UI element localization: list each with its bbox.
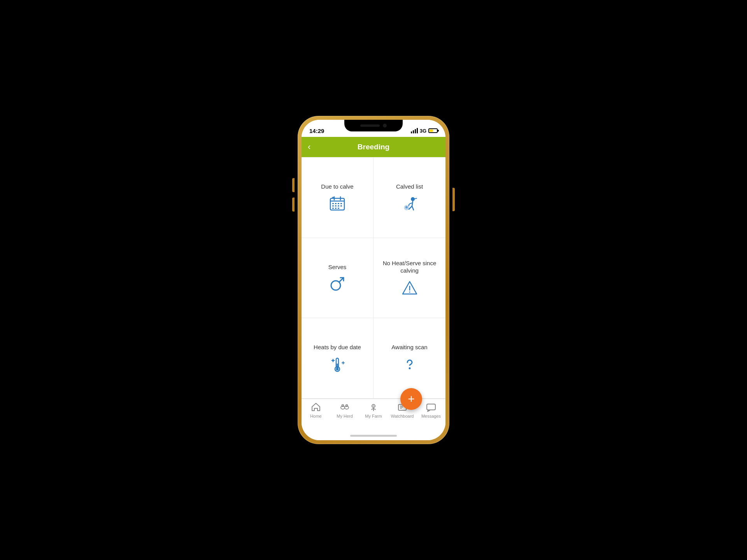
stork-icon (401, 195, 418, 212)
notch-speaker (360, 124, 380, 127)
herd-icon (340, 402, 350, 412)
serves-label: Serves (328, 263, 347, 271)
svg-rect-4 (332, 203, 334, 204)
header: ‹ Breeding (302, 137, 445, 157)
due-to-calve-label: Due to calve (321, 183, 353, 191)
farm-icon (368, 402, 379, 412)
messages-icon (426, 402, 436, 412)
male-icon (329, 275, 346, 292)
grid-cell-calved-list[interactable]: Calved list (374, 158, 445, 238)
svg-line-19 (415, 198, 417, 199)
signal-bar-2 (413, 130, 414, 133)
tab-my-farm[interactable]: My Farm (359, 402, 388, 418)
calendar-icon (329, 195, 346, 212)
tab-messages[interactable]: Messages (417, 402, 445, 418)
svg-rect-9 (335, 205, 337, 206)
svg-line-17 (409, 206, 412, 209)
fab-plus-icon: + (408, 393, 415, 405)
svg-rect-5 (335, 203, 337, 204)
battery-fill (430, 130, 433, 132)
svg-rect-8 (332, 205, 334, 206)
signal-bars (411, 128, 418, 133)
calved-list-label: Calved list (396, 183, 423, 191)
svg-point-21 (405, 206, 408, 208)
tab-home[interactable]: Home (302, 402, 330, 418)
breeding-grid: Due to calve (302, 157, 445, 399)
svg-point-29 (336, 368, 339, 370)
tab-my-herd-label: My Herd (337, 414, 353, 418)
svg-rect-11 (340, 205, 342, 206)
awaiting-scan-label: Awaiting scan (391, 343, 427, 351)
grid-cell-no-heat[interactable]: No Heat/Serve since calving (374, 238, 445, 318)
svg-rect-6 (338, 203, 339, 204)
grid-cell-awaiting-scan[interactable]: Awaiting scan (374, 318, 445, 399)
tab-bar: Home My Herd (302, 399, 445, 431)
svg-point-15 (411, 197, 415, 201)
grid-cell-serves[interactable]: Serves (302, 238, 374, 318)
status-time: 14:29 (309, 128, 324, 134)
tab-my-farm-label: My Farm (365, 414, 382, 418)
fab-add-button[interactable]: + (400, 388, 422, 410)
home-indicator (302, 431, 445, 440)
svg-rect-10 (338, 205, 339, 206)
tab-my-herd[interactable]: My Herd (330, 402, 359, 418)
back-button[interactable]: ‹ (308, 142, 310, 152)
svg-rect-47 (427, 404, 435, 410)
grid-cell-heats[interactable]: Heats by due date (302, 318, 374, 399)
svg-line-18 (412, 206, 414, 210)
grid-cell-due-to-calve[interactable]: Due to calve (302, 158, 374, 238)
tab-messages-label: Messages (421, 414, 441, 418)
heats-label: Heats by due date (314, 343, 361, 351)
signal-bar-4 (417, 128, 418, 133)
signal-bar-3 (415, 129, 416, 133)
signal-bar-1 (411, 131, 412, 133)
no-heat-label: No Heat/Serve since calving (377, 259, 442, 275)
svg-rect-7 (340, 203, 342, 204)
svg-rect-14 (338, 208, 339, 209)
notch (344, 120, 403, 131)
warning-icon (401, 279, 418, 296)
home-icon (311, 402, 321, 412)
tab-watchboard-label: Watchboard (391, 414, 414, 418)
thermometer-icon (329, 356, 346, 373)
svg-point-42 (373, 406, 374, 407)
notch-camera (383, 124, 387, 128)
battery-indicator (428, 128, 438, 133)
svg-line-16 (412, 201, 413, 206)
svg-line-23 (339, 278, 344, 282)
status-bar: 14:29 3G (302, 120, 445, 137)
home-bar (350, 435, 397, 437)
question-icon (401, 356, 418, 373)
svg-rect-12 (332, 208, 334, 209)
status-right: 3G (411, 128, 438, 134)
page-title: Breeding (358, 143, 389, 151)
svg-point-34 (409, 367, 410, 369)
signal-type: 3G (420, 128, 426, 134)
svg-point-25 (409, 291, 410, 292)
svg-rect-13 (335, 208, 337, 209)
tab-home-label: Home (310, 414, 321, 418)
